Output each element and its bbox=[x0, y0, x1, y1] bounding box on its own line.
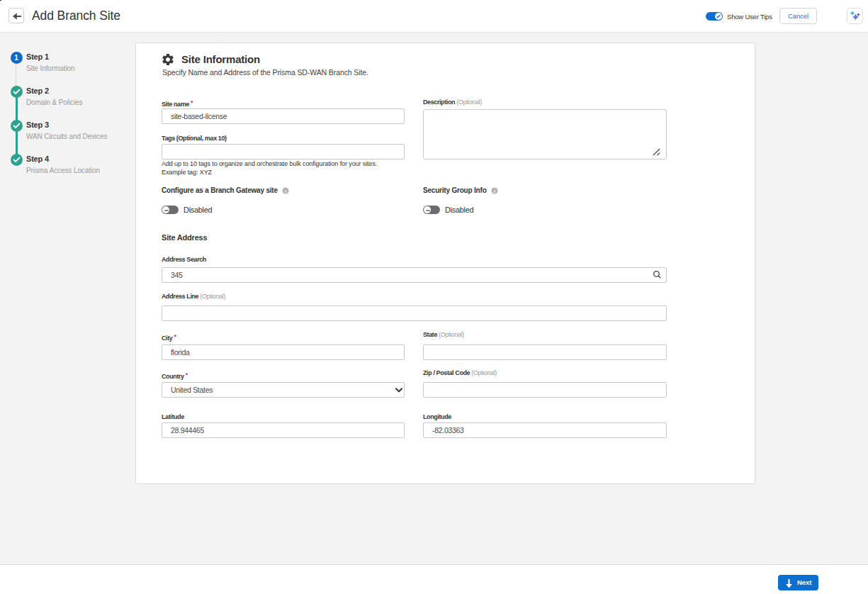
svg-text:i: i bbox=[494, 189, 495, 194]
svg-text:i: i bbox=[285, 189, 286, 194]
